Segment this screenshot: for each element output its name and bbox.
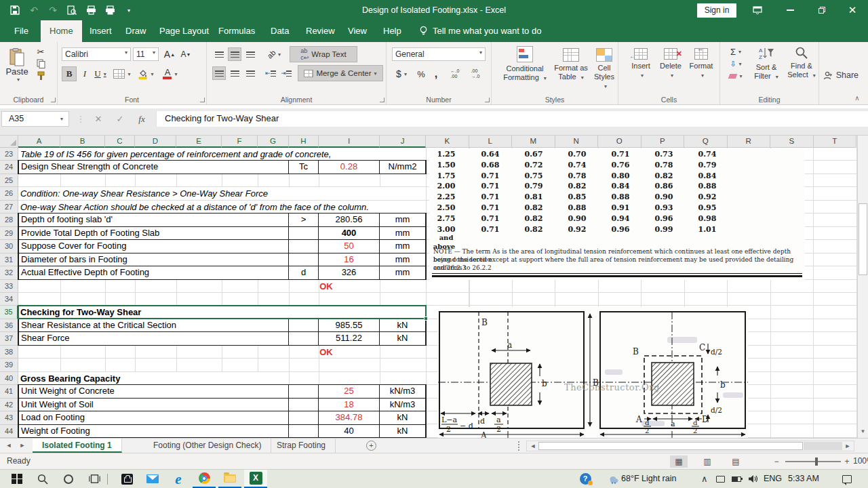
cell-label[interactable]: Weight of Footing <box>18 425 289 438</box>
row-header-38[interactable]: 38 <box>0 346 18 359</box>
new-sheet-icon[interactable]: + <box>366 441 376 451</box>
italic-button[interactable]: I <box>78 66 92 81</box>
grid-row-28[interactable]: 28Depth of footing slab 'd'>280.56mm <box>0 214 426 226</box>
decrease-indent-icon[interactable]: ⇤ <box>264 66 277 80</box>
cell-symbol[interactable] <box>289 253 319 266</box>
increase-indent-icon[interactable]: ⇥ <box>279 66 293 80</box>
cell-symbol[interactable] <box>289 319 319 332</box>
grid-row-36[interactable]: 36Shear Resistance at the Critical Secti… <box>0 319 426 332</box>
cell-status-ok[interactable]: OK <box>289 280 363 293</box>
column-header-P[interactable]: P <box>642 136 685 148</box>
tablet-mode-icon[interactable] <box>712 470 728 488</box>
cell-label[interactable]: Shear Resistance at the Critical Section <box>18 319 289 332</box>
grid-row-42[interactable]: 42Unit Weight of Soil18kN/m3 <box>0 399 426 411</box>
cell-styles-button[interactable]: CellStyles ▾ <box>591 46 618 91</box>
align-center-icon[interactable] <box>228 66 241 80</box>
delete-cells-button[interactable]: ✕ Delete▾ <box>656 46 685 80</box>
cell-section-heading[interactable]: Checking for Two-Way Shear <box>20 306 141 319</box>
hscroll-right-icon[interactable]: ► <box>842 441 854 451</box>
row-header-40[interactable]: 40 <box>0 372 18 385</box>
middle-align-icon[interactable] <box>228 47 241 61</box>
grid-row-32[interactable]: 32Actual Effective Depth of Footingd326m… <box>0 266 426 279</box>
column-header-C[interactable]: C <box>105 136 135 148</box>
cell-label[interactable]: Shear Force <box>18 332 289 345</box>
cell-label[interactable]: Design Shear Strength of Concrete <box>18 161 289 174</box>
insert-function-icon[interactable]: fx <box>133 111 151 127</box>
grid-row-38[interactable]: 38OK <box>0 346 426 359</box>
cell-label[interactable]: Unit Weight of Soil <box>18 399 289 411</box>
cell-value[interactable]: 50 <box>319 240 380 253</box>
redo-icon[interactable]: ↷ <box>47 5 58 16</box>
page-break-view-icon[interactable]: ▤ <box>727 455 745 468</box>
cell-value[interactable]: 0.28 <box>319 161 380 174</box>
horizontal-scrollbar-thumb[interactable] <box>538 442 803 450</box>
row-header-44[interactable]: 44 <box>0 425 18 438</box>
grid-row-41[interactable]: 41Unit Weight of Concrete25kN/m3 <box>0 385 426 398</box>
cell-value[interactable]: 384.78 <box>319 411 380 424</box>
footing-diagram-image[interactable]: B a b B A d a 2 L−a 2 − d B C A <box>438 307 748 438</box>
cell-unit[interactable]: mm <box>380 214 426 226</box>
select-all-corner[interactable] <box>0 136 18 148</box>
tab-view[interactable]: View <box>339 20 376 42</box>
cell-unit[interactable]: kN/m3 <box>380 385 426 398</box>
tab-page-layout[interactable]: Page Layout <box>151 20 218 42</box>
cell-unit[interactable]: kN/m3 <box>380 399 426 411</box>
cell-value[interactable]: 985.55 <box>319 319 380 332</box>
sheet-tab-isolated-footing-1[interactable]: Isolated Footing 1 <box>33 439 122 453</box>
page-layout-view-icon[interactable]: ▥ <box>698 455 716 468</box>
zoom-out-icon[interactable]: − <box>772 455 781 468</box>
column-header-T[interactable]: T <box>814 136 857 148</box>
collapse-ribbon-icon[interactable]: ∧ <box>852 94 863 102</box>
comma-style-icon[interactable]: , <box>430 66 442 81</box>
grid-row-24[interactable]: 24Design Shear Strength of ConcreteTc0.2… <box>0 161 426 174</box>
share-button[interactable]: Share <box>823 68 859 83</box>
column-header-A[interactable]: A <box>18 136 60 148</box>
column-header-Q[interactable]: Q <box>684 136 728 148</box>
print-icon[interactable] <box>104 5 115 16</box>
column-header-G[interactable]: G <box>258 136 289 148</box>
sign-in-button[interactable]: Sign in <box>697 3 736 18</box>
cut-icon[interactable]: ✂ <box>34 46 47 57</box>
autosum-icon[interactable]: Σ▾ <box>726 46 746 57</box>
find-select-button[interactable]: Find &Select ▾ <box>785 46 818 80</box>
column-header-B[interactable]: B <box>60 136 105 148</box>
column-header-R[interactable]: R <box>728 136 771 148</box>
tab-data[interactable]: Data <box>262 20 298 42</box>
cell-unit[interactable]: kN <box>380 425 426 438</box>
hscroll-left-icon[interactable]: ◄ <box>527 441 539 451</box>
copy-icon[interactable] <box>34 58 47 69</box>
clipboard-dialog-launcher-icon[interactable] <box>51 98 56 102</box>
ribbon-display-options-icon[interactable] <box>746 0 769 20</box>
cell-symbol[interactable] <box>289 399 319 411</box>
wrap-text-button[interactable]: abc↩Wrap Text <box>290 46 357 62</box>
cell-value[interactable]: 18 <box>319 399 380 411</box>
tab-home[interactable]: Home <box>41 20 82 42</box>
bottom-align-icon[interactable] <box>243 47 257 61</box>
top-align-icon[interactable] <box>212 47 226 61</box>
column-header-M[interactable]: M <box>512 136 555 148</box>
decrease-font-icon[interactable]: A▼ <box>178 47 193 61</box>
tab-draw[interactable]: Draw <box>117 20 155 42</box>
tab-review[interactable]: Review <box>297 20 344 42</box>
format-painter-icon[interactable] <box>34 70 47 81</box>
cell-unit[interactable]: mm <box>380 266 426 279</box>
vertical-scrollbar-thumb[interactable] <box>859 203 867 275</box>
orientation-icon[interactable]: ab▾ <box>264 47 284 61</box>
insert-cells-button[interactable]: ← Insert▾ <box>627 46 655 80</box>
cell-symbol[interactable] <box>289 227 319 240</box>
grid-row-43[interactable]: 43Load on Footing384.78kN <box>0 411 426 424</box>
cell-label[interactable]: Suppose Cover for Footing <box>18 240 289 253</box>
cell-unit[interactable]: mm <box>380 227 426 240</box>
cell-label[interactable]: Actual Effective Depth of Footing <box>18 266 289 279</box>
cell-symbol[interactable]: > <box>289 214 319 226</box>
edge-icon[interactable]: e <box>167 470 190 488</box>
cell-symbol[interactable]: d <box>289 266 319 279</box>
column-header-J[interactable]: J <box>380 136 426 148</box>
taskbar-search-icon[interactable] <box>31 470 54 488</box>
row-header-28[interactable]: 28 <box>0 214 18 226</box>
undo-icon[interactable]: ↶ <box>28 5 39 16</box>
zoom-slider-thumb[interactable] <box>815 458 818 466</box>
qat-customize-icon[interactable]: ▾ <box>123 5 134 16</box>
grid-row-39[interactable]: 39 <box>0 359 426 371</box>
grid-row-33[interactable]: 33OK <box>0 280 426 293</box>
